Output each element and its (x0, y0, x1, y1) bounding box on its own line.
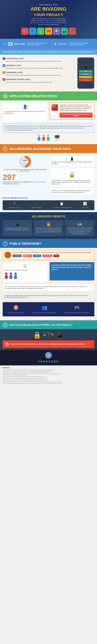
app-risks-header-icon: 🛡️ (3, 94, 8, 99)
coppa-ads-label: RECEIVE TARGETED ADS. (8, 312, 24, 314)
complaint-box: The complaint involves the plaintiffs' c… (3, 284, 94, 291)
layer-bar-hardware: HARDWARE (79, 76, 93, 78)
privacy-concerns-box: ⚖️ Privacy concerns have led to legal ac… (3, 262, 48, 282)
ad-libraries-section: >50% HAD AD LIBRARIES In a study of 100,… (0, 153, 97, 212)
privacy-person-3 (14, 272, 18, 279)
privacy-person-1 (4, 272, 8, 279)
ftc-text: In another move toward privacy, the Fede… (4, 295, 93, 298)
layer-hardware: ⚙️ HARDWARE LAYER Attackers use memory c… (3, 71, 75, 76)
app-tile-1: 🐦 (21, 28, 29, 35)
balance-section: 🔒 📱 ⏻ DELETE APPS THAT DO NOT ALLOW YOU … (0, 329, 97, 350)
public-response-title: PUBLIC RESPONSE? (10, 242, 42, 246)
public-response-section: ⚖️ This year, a class-action lawsuit was… (0, 248, 97, 320)
sources-section: SOURCES [1] http://www.informationweek.c… (0, 365, 97, 386)
balance-icon: ⚖️ (4, 324, 7, 326)
svg-text:HAD AD: HAD AD (23, 162, 27, 163)
privacy-person-head-1 (5, 272, 8, 275)
coppa-icons-row: 🎯 RECEIVE TARGETED ADS. 👥 PARTICIPATE IN… (3, 302, 94, 316)
stat-25billion-unit: BILLION (14, 42, 25, 46)
company-foursquare: Foursquare (42, 254, 52, 257)
complaint-text: The complaint involves the plaintiffs' c… (4, 286, 93, 290)
header-description: There is no doubt you've heard about pri… (30, 18, 67, 26)
veracode-brand: VERACODE (38, 360, 59, 363)
layer-os-text: iPhone and Android platforms contain def… (3, 81, 75, 83)
smartphone-icon: 📱 (51, 157, 93, 161)
phone-icon: 📞 (31, 202, 42, 206)
privacy-person-body-3 (14, 275, 17, 279)
remote-box-0: 📱 Smartphone users should BE AWARE OF TH… (3, 220, 32, 236)
svg-point-9 (43, 334, 46, 336)
phone-layers-image: 📱 APP NETWORK HARDWARE OS (77, 57, 94, 89)
smartphone-text: Smartphone users should BE AWARE OF THE … (51, 161, 93, 165)
veracode-logo-icon: 🔒 (45, 352, 52, 358)
privacy-person-2 (9, 272, 13, 279)
response-grid: ⚖️ Privacy concerns have led to legal ac… (3, 262, 94, 282)
lawsuit-content: This year, a class-action lawsuit was fi… (13, 252, 91, 257)
access-calls-label: CALL LOGS (82, 207, 88, 208)
svg-text:>50%: >50% (23, 159, 28, 162)
ad-remote-title: AD LIBRARIES Remote (3, 215, 94, 218)
ad-libraries-title: AD LIBRARIES ACCESSING YOUR DATA (10, 147, 71, 151)
balance-scale-svg (43, 332, 54, 338)
scale-left-icon: 🔒 (33, 331, 41, 339)
coppa-ads: 🎯 RECEIVE TARGETED ADS. (8, 305, 24, 314)
app-tile-6: 📷 (61, 28, 68, 35)
intro-bar: With the popularity of mobile apps incre… (0, 49, 97, 55)
access-calls: 📊 CALL LOGS (82, 202, 88, 208)
layer-hardware-title: ⚙️ HARDWARE LAYER (3, 71, 75, 74)
scale-right-icon: 📱 (56, 331, 64, 339)
apps-list-icon: 📋 (53, 202, 71, 206)
person-2 (42, 134, 46, 141)
sources-text: [1] http://www.informationweek.com/mobil… (3, 369, 94, 384)
ad-libraries-header-icon: 📢 (3, 146, 8, 152)
balance-title: FIND YOUR OWN BALANCE OF PRIVACY VS. FUN… (10, 324, 72, 326)
stat-1million-unit: MILLION (59, 43, 66, 45)
layer-bar-os: OS (79, 79, 93, 81)
balance-header: ⚖️ FIND YOUR OWN BALANCE OF PRIVACY VS. … (0, 321, 97, 329)
veracode-footer: 🔒 VERACODE (0, 350, 97, 365)
coppa-games: 🎮 PLAY NETWORK-CONNECTED GAMES. (65, 305, 89, 314)
layers-content: 📱 APPLICATION LAYER Apps with vulnerabil… (3, 57, 75, 85)
layer-bar-network: NETWORK (79, 73, 93, 76)
company-yelp: Yelp (54, 254, 59, 257)
ad-icon: 📢 (4, 147, 7, 150)
shield-icon: 🛡️ (4, 95, 7, 98)
person-head-1 (38, 134, 40, 137)
remote-box-text-2: In-app ad libraries can retrieve ads rem… (66, 227, 93, 235)
lawsuit-text: This year, a class-action lawsuit was fi… (13, 252, 91, 254)
path-notice: ALSO IN FEBRUARY, the mobile social netw… (3, 124, 94, 133)
call-logs-icon: 📊 (82, 202, 88, 206)
people-row: → 🖥️ (3, 134, 94, 141)
company-instagram: Instagram (23, 254, 32, 257)
app-layer-icon: 📱 (3, 57, 5, 60)
app-risks-title: APPLICATION-RELATED RISKS (10, 94, 57, 98)
stat-25billion-number: 25 (8, 41, 13, 47)
instagram-logo: 📸 (51, 104, 58, 111)
targeted-ads-icon: 🎯 (8, 305, 24, 310)
hardware-layer-icon: ⚙️ (3, 71, 5, 74)
power-icon: ⏻ (5, 342, 9, 346)
stats-bar: About 25 BILLION Google Play and iOS app… (0, 39, 97, 49)
ad-libs-right: 📱 Smartphone users should BE AWARE OF TH… (50, 155, 94, 195)
access-location: 📍 A USER'S LOCATION (9, 202, 21, 208)
stat-1million-text: At the end of 2011, the 1 millionth mobi… (69, 42, 90, 46)
app-tile-7: 🎵 (69, 28, 76, 35)
access-title: SOME AD LIBRARIES CAN ACCESS: (3, 197, 94, 199)
stat-25billion-text: Google Play and iOS apps were downloaded… (28, 42, 49, 46)
svg-text:LIBRARIES: LIBRARIES (23, 163, 28, 164)
location-icon: 📍 (9, 202, 21, 206)
remote-box-1: 🔓 Remote access to ad libraries introduc… (34, 220, 63, 236)
stat-about: About 25 BILLION (3, 41, 25, 47)
lock-icon: 🔒 (51, 171, 93, 178)
donut-chart-container: >50% HAD AD LIBRARIES In a study of 100,… (3, 155, 48, 172)
layer-os: 🔧 OPERATING SYSTEM LAYER iPhone and Andr… (3, 78, 75, 83)
donut-svg: >50% HAD AD LIBRARIES (19, 155, 32, 168)
stat-about-label: About (3, 43, 7, 45)
access-phone: 📞 PHONE NUMBERS (31, 202, 42, 208)
sources-title: SOURCES (3, 367, 94, 368)
access-apps-label: LISTS OF ALL APPS on the phone (53, 207, 71, 208)
header-section: HOW MOBILE APPS ARE INVADING YOUR PRIVAC… (0, 0, 97, 39)
os-layer-icon: 🔧 (3, 78, 5, 81)
remote-icon-1: 🔓 (35, 222, 62, 226)
app-tile-2: 📘 (29, 28, 36, 35)
